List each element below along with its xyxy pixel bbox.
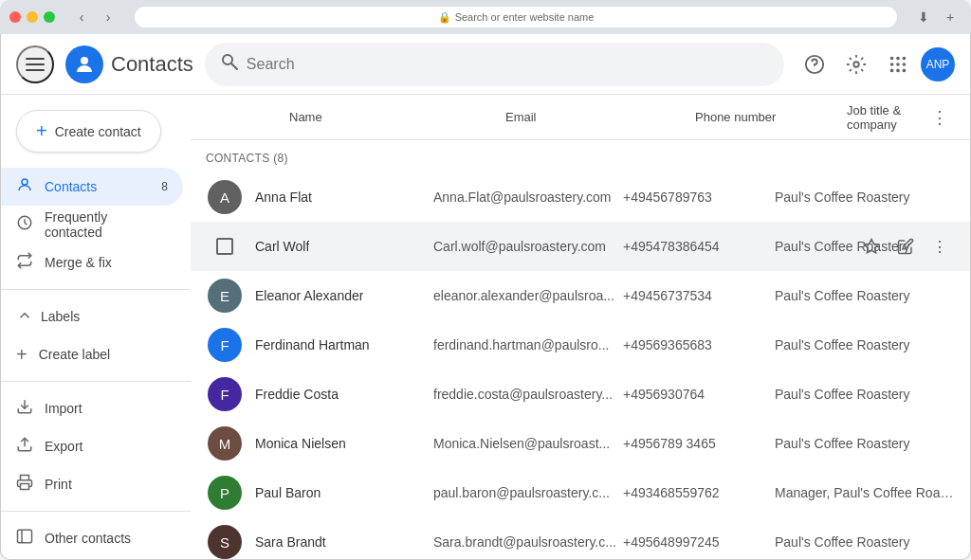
- table-row[interactable]: A Anna Flat Anna.Flat@paulsroastery.com …: [191, 172, 970, 222]
- table-row[interactable]: P Paul Baron paul.baron@paulsroastery.c.…: [191, 468, 970, 517]
- merge-label: Merge & fix: [45, 255, 112, 270]
- sidebar-item-import[interactable]: Import: [1, 389, 183, 427]
- table-header: Name Email Phone number Job title & comp…: [191, 95, 970, 140]
- frequently-label: Frequently contacted: [45, 209, 168, 240]
- hamburger-menu-button[interactable]: [16, 45, 54, 83]
- new-tab-button[interactable]: +: [939, 6, 962, 28]
- table-row[interactable]: E Eleanor Alexander eleanor.alexander@pa…: [191, 271, 970, 320]
- sidebar-item-other-contacts[interactable]: Other contacts: [1, 519, 183, 557]
- contact-row-left: A Anna Flat: [206, 180, 433, 214]
- contact-name: Eleanor Alexander: [255, 288, 363, 303]
- table-row[interactable]: S Sara Brandt Sara.brandt@paulsroastery.…: [191, 517, 970, 559]
- settings-button[interactable]: [837, 45, 875, 83]
- sidebar-item-print[interactable]: Print: [1, 465, 183, 503]
- close-button[interactable]: [9, 11, 21, 23]
- contact-name: Paul Baron: [255, 485, 321, 500]
- main-layout: + Create contact Contacts 8: [1, 95, 970, 559]
- browser-actions: ⬇ +: [912, 6, 962, 28]
- sidebar-item-frequently[interactable]: Frequently contacted: [1, 206, 183, 244]
- svg-point-16: [896, 68, 900, 72]
- col-name-header: Name: [278, 110, 505, 124]
- contact-checkbox[interactable]: [216, 238, 233, 255]
- contact-avatar: S: [208, 525, 242, 559]
- contact-phone: +495478386454: [623, 239, 775, 254]
- svg-marker-25: [865, 240, 879, 253]
- more-button[interactable]: ⋮: [925, 231, 955, 262]
- contact-phone: +4956789 3465: [623, 436, 775, 451]
- contact-row-left: S Sara Brandt: [206, 525, 433, 559]
- svg-point-11: [903, 56, 907, 60]
- svg-line-5: [231, 63, 237, 69]
- svg-point-8: [853, 62, 859, 67]
- svg-point-17: [903, 68, 907, 72]
- svg-point-15: [890, 68, 894, 72]
- sidebar-item-create-label[interactable]: + Create label: [1, 335, 183, 373]
- table-row[interactable]: M Monica Nielsen Monica.Nielsen@paulsroa…: [191, 419, 970, 468]
- sidebar-item-trash[interactable]: Trash: [1, 557, 183, 559]
- contact-job: Paul's Coffee Roastery: [775, 190, 955, 205]
- contact-avatar: P: [208, 476, 242, 510]
- contact-job: Paul's Coffee Roastery: [775, 534, 955, 550]
- star-button[interactable]: [856, 231, 887, 262]
- contact-avatar: F: [208, 328, 242, 362]
- browser-chrome: ‹ › 🔒 Search or enter website name ⬇ +: [0, 0, 971, 34]
- table-row[interactable]: C Carl Wolf Carl.wolf@paulsroastery.com …: [191, 222, 970, 271]
- create-contact-button[interactable]: + Create contact: [16, 110, 161, 153]
- contact-email: eleanor.alexander@paulsroa...: [433, 288, 623, 303]
- apps-button[interactable]: [879, 45, 917, 83]
- checkbox-area[interactable]: P: [206, 476, 244, 510]
- address-bar[interactable]: 🔒 Search or enter website name: [135, 7, 897, 27]
- svg-rect-22: [21, 483, 29, 489]
- forward-button[interactable]: ›: [97, 6, 119, 28]
- plus-icon: +: [36, 120, 47, 142]
- help-button[interactable]: [796, 45, 834, 83]
- contact-email: paul.baron@paulsroastery.c...: [433, 485, 623, 500]
- table-more-button[interactable]: ⋮: [925, 102, 955, 133]
- sidebar-item-export[interactable]: Export: [1, 427, 183, 465]
- checkbox-area[interactable]: S: [206, 525, 244, 559]
- checkbox-area[interactable]: C: [206, 238, 244, 255]
- sidebar-item-merge[interactable]: Merge & fix: [1, 244, 183, 281]
- contact-phone: +49569365683: [623, 337, 775, 352]
- minimize-button[interactable]: [27, 11, 38, 23]
- svg-point-3: [81, 57, 88, 64]
- contact-job: Paul's Coffee Roastery: [775, 387, 955, 402]
- contact-avatar: A: [208, 180, 242, 214]
- svg-point-14: [903, 63, 907, 66]
- contact-email: ferdinand.hartman@paulsro...: [433, 337, 623, 352]
- print-icon: [16, 474, 33, 496]
- divider-1: [1, 289, 191, 290]
- checkbox-area[interactable]: E: [206, 279, 244, 313]
- create-contact-label: Create contact: [55, 124, 141, 139]
- svg-point-13: [896, 63, 900, 66]
- maximize-button[interactable]: [44, 11, 55, 23]
- other-contacts-label: Other contacts: [45, 531, 131, 546]
- edit-button[interactable]: [890, 231, 921, 262]
- svg-rect-1: [26, 63, 45, 65]
- col-email-header: Email: [505, 110, 695, 124]
- checkbox-area[interactable]: M: [206, 426, 244, 461]
- contact-name: Freddie Costa: [255, 387, 339, 402]
- checkbox-area[interactable]: F: [206, 328, 244, 362]
- table-row[interactable]: F Freddie Costa freddie.costa@paulsroast…: [191, 370, 970, 419]
- contact-job: Paul's Coffee Roastery: [775, 337, 955, 352]
- plus-label-icon: +: [16, 344, 27, 366]
- download-button[interactable]: ⬇: [912, 6, 935, 28]
- back-button[interactable]: ‹: [70, 6, 93, 28]
- svg-point-12: [890, 63, 894, 66]
- checkbox-area[interactable]: A: [206, 180, 244, 214]
- search-input[interactable]: [247, 56, 769, 73]
- search-bar[interactable]: [205, 43, 784, 86]
- contact-row-left: F Freddie Costa: [206, 377, 433, 411]
- checkbox-area[interactable]: F: [206, 377, 244, 411]
- avatar[interactable]: ANP: [921, 47, 955, 81]
- contacts-list: A Anna Flat Anna.Flat@paulsroastery.com …: [191, 172, 970, 559]
- contacts-badge: 8: [161, 180, 168, 193]
- address-bar-text: Search or enter website name: [455, 11, 595, 23]
- labels-header[interactable]: Labels: [1, 298, 191, 335]
- contact-email: Carl.wolf@paulsroastery.com: [433, 239, 623, 254]
- contact-row-left: E Eleanor Alexander: [206, 279, 433, 313]
- contacts-label: Contacts: [45, 179, 97, 194]
- table-row[interactable]: F Ferdinand Hartman ferdinand.hartman@pa…: [191, 320, 970, 370]
- sidebar-item-contacts[interactable]: Contacts 8: [1, 168, 183, 206]
